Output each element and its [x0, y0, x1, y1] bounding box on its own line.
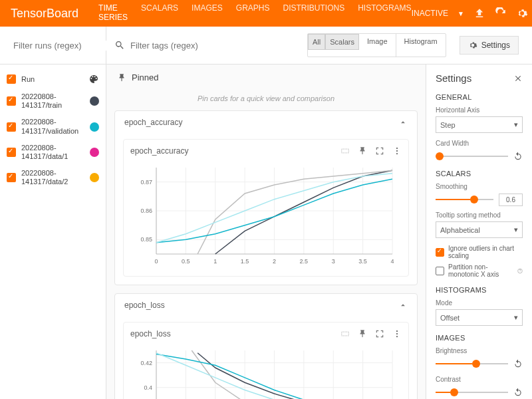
- fullscreen-icon[interactable]: [375, 329, 384, 338]
- close-icon[interactable]: [513, 74, 523, 83]
- upload-icon[interactable]: [473, 7, 485, 19]
- svg-rect-30: [342, 332, 349, 336]
- section-header[interactable]: epoch_accuracy: [115, 111, 417, 134]
- type-filter: All Scalars Image Histogram: [307, 33, 446, 57]
- runs-header-label: Run: [21, 75, 35, 83]
- section-epoch_accuracy: epoch_accuracy epoch_accuracy 00.511.522…: [114, 110, 418, 285]
- svg-text:1.5: 1.5: [241, 258, 249, 265]
- color-dot[interactable]: [90, 148, 99, 157]
- select-tooltip[interactable]: Alphabetical▾: [436, 221, 523, 238]
- group-images: IMAGES: [436, 334, 523, 342]
- header-right: INACTIVE ▼: [412, 7, 532, 19]
- checkbox[interactable]: [7, 148, 16, 157]
- svg-text:4: 4: [390, 258, 394, 265]
- gear-icon[interactable]: [516, 7, 528, 19]
- chart[interactable]: 00.511.522.533.540.380.40.42: [130, 344, 402, 399]
- palette-icon[interactable]: [88, 74, 99, 84]
- settings-panel: Settings GENERAL Horizontal Axis Step▾ C…: [426, 65, 532, 399]
- card-title: epoch_accuracy: [130, 146, 188, 156]
- checkbox-outliers[interactable]: [436, 248, 444, 257]
- svg-text:2.5: 2.5: [300, 258, 309, 265]
- svg-text:3.5: 3.5: [358, 258, 367, 265]
- pin-icon[interactable]: [358, 329, 367, 338]
- pin-icon[interactable]: [358, 146, 367, 156]
- checkbox-all[interactable]: [7, 74, 16, 84]
- reset-icon[interactable]: [513, 359, 523, 368]
- chart-card: epoch_accuracy 00.511.522.533.540.850.86…: [123, 139, 409, 277]
- group-histograms: HISTOGRAMS: [436, 286, 523, 294]
- chip-histogram[interactable]: Histogram: [396, 34, 446, 57]
- select-mode[interactable]: Offset▾: [436, 309, 523, 326]
- color-dot[interactable]: [90, 96, 99, 106]
- refresh-icon[interactable]: [495, 7, 507, 19]
- dropdown-icon[interactable]: ▼: [458, 10, 464, 17]
- svg-point-3: [396, 153, 398, 154]
- slider-smoothing[interactable]: 0.6: [436, 194, 523, 205]
- reset-icon[interactable]: [513, 388, 523, 397]
- svg-text:0: 0: [154, 258, 158, 265]
- svg-rect-0: [342, 149, 349, 153]
- smoothing-value[interactable]: 0.6: [499, 194, 523, 206]
- help-icon[interactable]: ?: [517, 267, 523, 275]
- run-item[interactable]: 20220808-141317/validation: [7, 114, 99, 139]
- svg-text:0.42: 0.42: [140, 360, 152, 366]
- runs-header: Run: [7, 70, 99, 88]
- checkbox-partition[interactable]: [436, 267, 444, 275]
- slider-brightness[interactable]: [436, 358, 523, 369]
- more-icon[interactable]: [392, 146, 402, 156]
- label-smoothing: Smoothing: [436, 183, 523, 190]
- brand-title: TensorBoard: [11, 7, 78, 21]
- filter-runs-box: [0, 27, 106, 64]
- tab-images[interactable]: IMAGES: [192, 0, 223, 32]
- status-label[interactable]: INACTIVE: [412, 9, 448, 18]
- section-header[interactable]: epoch_loss: [115, 294, 417, 317]
- select-haxis[interactable]: Step▾: [436, 116, 523, 133]
- chevron-up-icon: [398, 118, 408, 127]
- svg-text:1: 1: [213, 258, 217, 265]
- gear-icon: [468, 41, 477, 50]
- color-dot[interactable]: [90, 173, 99, 182]
- reset-icon[interactable]: [513, 152, 523, 161]
- label-tooltip: Tooltip sorting method: [436, 211, 523, 219]
- checkbox[interactable]: [7, 96, 16, 106]
- group-scalars: SCALARS: [436, 170, 523, 178]
- svg-text:0.4: 0.4: [144, 384, 152, 391]
- svg-text:0.86: 0.86: [140, 207, 152, 214]
- chip-image[interactable]: Image: [359, 34, 396, 57]
- pin-icon: [117, 73, 126, 82]
- chart[interactable]: 00.511.522.533.540.850.860.87: [130, 161, 402, 267]
- tab-scalars[interactable]: SCALARS: [141, 0, 178, 32]
- settings-button[interactable]: Settings: [460, 36, 519, 55]
- svg-point-33: [396, 336, 398, 337]
- checkbox[interactable]: [7, 173, 16, 182]
- run-item[interactable]: 20220808-141317/data/2: [7, 165, 99, 190]
- content-area: Pinned Pin cards for a quick view and co…: [106, 65, 426, 399]
- fit-icon[interactable]: [340, 329, 350, 338]
- pinned-label: Pinned: [132, 72, 158, 82]
- filter-tags-input[interactable]: [130, 41, 302, 51]
- chip-scalars[interactable]: Scalars: [325, 34, 359, 50]
- slider-contrast[interactable]: [436, 387, 523, 398]
- section-epoch_loss: epoch_loss epoch_loss 00.511.522.533.540…: [114, 293, 418, 399]
- main: Run 20220808-141317/train20220808-141317…: [0, 65, 532, 399]
- pinned-header[interactable]: Pinned: [114, 65, 418, 90]
- tab-distributions[interactable]: DISTRIBUTIONS: [283, 0, 344, 32]
- slider-cardwidth[interactable]: [436, 151, 523, 162]
- run-item[interactable]: 20220808-141317/data/1: [7, 140, 99, 165]
- fit-icon[interactable]: [340, 146, 350, 156]
- checkbox[interactable]: [7, 122, 16, 132]
- pinned-hint: Pin cards for a quick view and compariso…: [114, 90, 418, 110]
- chip-all[interactable]: All: [308, 34, 325, 50]
- color-dot[interactable]: [90, 122, 99, 132]
- fullscreen-icon[interactable]: [375, 146, 384, 156]
- card-title: epoch_loss: [130, 329, 171, 338]
- svg-text:?: ?: [519, 269, 521, 273]
- tab-graphs[interactable]: GRAPHS: [236, 0, 270, 32]
- svg-text:0.85: 0.85: [140, 236, 152, 243]
- more-icon[interactable]: [392, 329, 402, 338]
- svg-point-1: [396, 148, 398, 149]
- run-item[interactable]: 20220808-141317/train: [7, 88, 99, 114]
- svg-text:3: 3: [332, 258, 335, 265]
- tab-histograms[interactable]: HISTOGRAMS: [358, 0, 411, 32]
- svg-text:0.5: 0.5: [182, 258, 190, 265]
